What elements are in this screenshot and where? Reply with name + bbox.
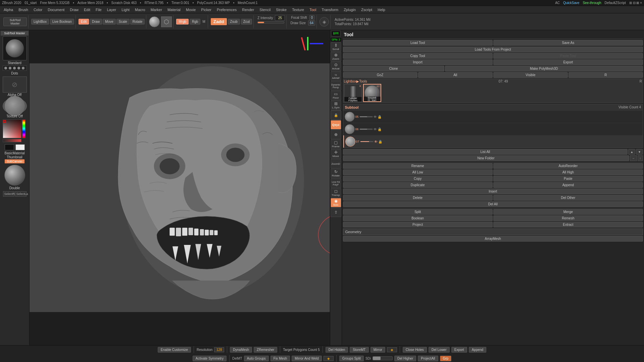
brush-preview[interactable] [3,36,27,60]
insert-btn[interactable]: Insert [343,189,643,194]
menu-texture[interactable]: Texture [290,7,306,12]
menu-edit[interactable]: Edit [82,7,93,12]
double-sphere[interactable] [4,165,25,186]
grp-btn[interactable]: Grp [440,356,452,361]
edit-btn[interactable]: Edit [79,19,89,24]
fix-mesh-btn[interactable]: Fix Mesh [270,356,290,361]
solo-btn[interactable]: ◉Solo [331,198,341,207]
delete-btn[interactable]: Delete [343,195,493,201]
spix-btn[interactable]: SPix 3 [330,37,342,42]
del-higher-btn[interactable]: Del Higher [394,356,416,361]
mirror-btn[interactable]: Mirror [370,347,385,353]
new-folder-btn[interactable]: New Folder [343,155,629,161]
auto-groups-btn[interactable]: Auto Groups [244,356,269,361]
floor-btn[interactable]: ▭Floor [331,91,341,100]
snap-btn[interactable]: ⊕ [331,130,341,139]
draw-size-val[interactable]: 64 [308,20,315,25]
sdi-slider[interactable] [373,356,393,360]
select-rect-btn[interactable]: SelectRe [3,191,14,197]
subtool-lock-06[interactable]: 🔒 [378,127,382,131]
actual-btn[interactable]: ⊙Actual [331,62,341,71]
scroll-btn[interactable]: ⇕Scroll [331,42,341,52]
dynamic-icon[interactable]: ◈ [319,17,329,27]
menu-material[interactable]: Material [165,7,183,12]
split-btn[interactable]: Split [343,209,493,215]
aahalf-btn[interactable]: ½AAHalf [331,71,341,81]
select-lasso-btn[interactable]: SelectLa [15,191,27,197]
mirror-weld-btn[interactable]: Mirror And Weld [292,356,322,361]
lock-btn[interactable]: 🔒 [331,110,341,120]
z-intensity-value[interactable]: 25 [275,15,285,21]
all-high-btn[interactable]: All High [493,169,643,175]
menu-zplugin[interactable]: Zplugin [341,7,358,12]
mirror-val[interactable]: ◈ [387,347,397,352]
menu-marker[interactable]: Marker [148,7,164,12]
rgb-btn[interactable]: Rgb [190,19,200,24]
menu-draw[interactable]: Draw [67,7,81,12]
subtool-eye-06[interactable]: 👁 [374,127,377,131]
brush-dots-preview[interactable] [3,65,27,71]
make-polymesh3d-btn[interactable]: Make PolyMesh3D [445,66,643,71]
subtool-eye-07[interactable]: 👁 [374,140,378,144]
clone-btn[interactable]: Clone [343,66,444,71]
zremesher-btn[interactable]: ZRemesher [254,347,277,353]
export-bottom-btn[interactable]: Export [451,347,467,353]
menu-render[interactable]: Render [240,7,256,12]
zoom-btn[interactable]: ⊕Zoom [331,52,341,61]
quicksave-btn[interactable]: QuickSave [563,1,579,5]
lsym-btn[interactable]: ⊞L.Sym [331,101,341,110]
copy-btn[interactable]: Copy [343,176,493,182]
folder-arrow[interactable]: → [630,155,637,161]
tool-thumb-cylinder[interactable]: 8 Cylinder PolyMes [344,84,362,102]
duplicate-btn[interactable]: Duplicate [343,182,493,188]
visible-btn[interactable]: Visible [493,72,568,78]
groups-split-btn[interactable]: Groups Split [339,356,364,361]
menu-preferences[interactable]: Preferences [214,7,239,12]
menu-alpha[interactable]: Alpha [1,7,15,12]
menu-macro[interactable]: Macro [133,7,148,12]
del-lower-btn[interactable]: Del Lower [429,347,450,353]
project-all-btn[interactable]: ProjectAll [418,356,438,361]
zoomd-btn[interactable]: ZoomD [331,159,341,168]
import-btn[interactable]: Import [343,59,493,65]
subtool-eye-05[interactable]: 👁 [374,115,377,119]
boolean-btn[interactable]: Boolean [343,215,493,221]
color-picker[interactable] [3,119,27,144]
menu-transform[interactable]: Transform [319,7,341,12]
tool-thumb-simpleb[interactable]: 07 SimpleB 01_start [363,84,381,102]
all-btn[interactable]: All [418,72,493,78]
zadd-btn[interactable]: Zadd [211,18,227,25]
arraymesh-btn[interactable]: ArrayMesh [343,236,643,242]
menu-layer[interactable]: Layer [105,7,119,12]
r-goz-btn[interactable]: R [568,72,643,78]
append-bottom-btn[interactable]: Append [469,347,486,353]
menu-stroke[interactable]: Stroke [274,7,289,12]
menu-file[interactable]: File [93,7,104,12]
list-all-arrow-up[interactable]: ▲ [628,149,635,155]
draw-btn[interactable]: Draw [90,19,102,24]
goz-btn[interactable]: GoZ [343,72,417,78]
zcut-btn[interactable]: Zcut [241,19,252,24]
paste-btn[interactable]: Paste [493,176,643,182]
save-as-btn[interactable]: Save As [493,40,643,46]
auto-reorder-btn[interactable]: AutoReorder [493,163,643,169]
menu-tool[interactable]: Tool [307,7,318,12]
del-all-btn[interactable]: Del All [343,201,643,207]
frame-btn[interactable]: ▢Frame [331,140,341,149]
menu-color[interactable]: Color [31,7,45,12]
texture-preview[interactable] [3,98,27,114]
menu-brush[interactable]: Brush [16,7,31,12]
merge-btn[interactable]: Merge [493,209,643,215]
menu-help[interactable]: Help [375,7,388,12]
menu-document[interactable]: Document [45,7,67,12]
load-tool-btn[interactable]: Load Tool [343,40,493,46]
geometry-section-header[interactable]: Geometry [343,228,643,235]
see-through-btn[interactable]: See-through [583,1,601,5]
menu-stencil[interactable]: Stencil [257,7,273,12]
project-btn[interactable]: Project [343,222,493,227]
lightbox-btn[interactable]: LightBox [31,19,49,24]
append-btn[interactable]: Append [493,182,643,188]
extract-btn[interactable]: Extract [493,222,643,227]
transp-btn[interactable]: ◻Transp [331,188,341,198]
store-mt-btn[interactable]: StoreMT [350,347,368,353]
